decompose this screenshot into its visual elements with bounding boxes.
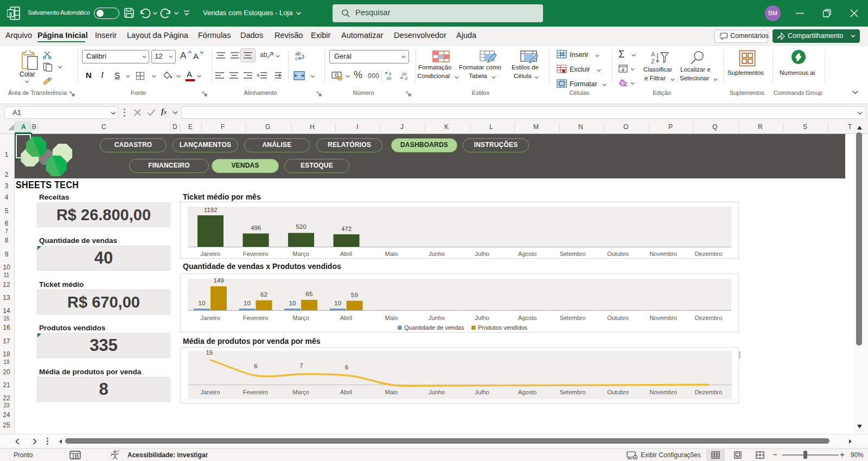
- svg-text:496: 496: [251, 225, 261, 231]
- svg-text:Junho: Junho: [429, 389, 445, 395]
- svg-text:Julho: Julho: [475, 315, 489, 321]
- svg-text:Novembro: Novembro: [649, 251, 677, 257]
- svg-text:Maio: Maio: [385, 251, 398, 257]
- svg-text:Janeiro: Janeiro: [200, 315, 220, 321]
- svg-text:Agosto: Agosto: [518, 315, 537, 321]
- svg-text:1192: 1192: [204, 207, 218, 213]
- svg-text:10: 10: [244, 300, 251, 306]
- svg-text:Setembro: Setembro: [560, 251, 586, 257]
- svg-text:Fevereiro: Fevereiro: [243, 389, 268, 395]
- svg-text:Outubro: Outubro: [607, 315, 629, 321]
- svg-text:Agosto: Agosto: [518, 389, 537, 395]
- svg-text:Abril: Abril: [340, 315, 352, 321]
- svg-text:Dezembro: Dezembro: [695, 389, 723, 395]
- svg-text:Abril: Abril: [340, 251, 352, 257]
- svg-text:10: 10: [334, 300, 341, 306]
- svg-text:Fevereiro: Fevereiro: [243, 315, 268, 321]
- svg-text:10: 10: [289, 300, 296, 306]
- svg-text:Setembro: Setembro: [560, 389, 586, 395]
- svg-text:Março: Março: [292, 389, 309, 395]
- svg-text:520: 520: [296, 223, 306, 230]
- svg-text:10: 10: [199, 300, 206, 306]
- svg-text:Quantidade de vendas: Quantidade de vendas: [404, 324, 464, 331]
- svg-text:7: 7: [299, 362, 303, 369]
- svg-text:Abril: Abril: [340, 389, 352, 395]
- svg-text:Janeiro: Janeiro: [200, 389, 220, 395]
- svg-text:Dezembro: Dezembro: [695, 315, 723, 321]
- svg-text:Produtos vendidos: Produtos vendidos: [478, 324, 528, 331]
- svg-text:Julho: Julho: [475, 251, 489, 257]
- svg-text:Junho: Junho: [429, 315, 445, 321]
- svg-text:Novembro: Novembro: [649, 389, 677, 395]
- svg-text:6: 6: [345, 364, 348, 370]
- svg-text:65: 65: [306, 291, 313, 297]
- svg-text:6: 6: [254, 363, 257, 369]
- svg-text:Outubro: Outubro: [607, 389, 629, 395]
- svg-text:Setembro: Setembro: [560, 315, 586, 321]
- svg-text:Janeiro: Janeiro: [200, 251, 220, 257]
- svg-text:472: 472: [341, 226, 352, 232]
- svg-text:Maio: Maio: [385, 315, 398, 321]
- svg-text:Julho: Julho: [475, 389, 489, 395]
- svg-text:Junho: Junho: [429, 251, 445, 257]
- svg-text:59: 59: [351, 292, 358, 298]
- svg-text:Março: Março: [292, 315, 309, 321]
- svg-text:Outubro: Outubro: [607, 251, 629, 257]
- svg-text:Novembro: Novembro: [649, 315, 677, 321]
- svg-text:62: 62: [260, 291, 267, 298]
- svg-text:Dezembro: Dezembro: [695, 251, 723, 257]
- svg-text:Agosto: Agosto: [518, 251, 537, 257]
- svg-text:15: 15: [206, 349, 213, 356]
- svg-text:Março: Março: [292, 251, 309, 257]
- svg-text:Maio: Maio: [385, 389, 398, 395]
- svg-text:Fevereiro: Fevereiro: [243, 251, 268, 257]
- svg-text:149: 149: [213, 277, 224, 284]
